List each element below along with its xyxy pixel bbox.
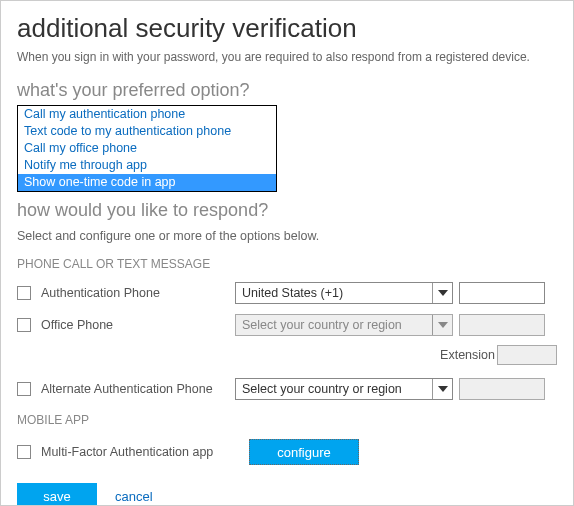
respond-heading: how would you like to respond? [17, 200, 557, 221]
phone-section-label: PHONE CALL OR TEXT MESSAGE [17, 257, 557, 271]
page-subtitle: When you sign in with your password, you… [17, 50, 557, 64]
dropdown-option[interactable]: Show one-time code in app [18, 174, 276, 191]
alt-phone-label: Alternate Authentication Phone [41, 382, 235, 396]
office-phone-checkbox[interactable] [17, 318, 31, 332]
dropdown-option[interactable]: Call my authentication phone [18, 106, 276, 123]
extension-label: Extension [440, 348, 495, 362]
footer: save cancel [17, 483, 557, 506]
office-phone-country-value: Select your country or region [242, 318, 402, 332]
svg-marker-1 [438, 322, 448, 328]
svg-marker-0 [438, 290, 448, 296]
alt-phone-country-select[interactable]: Select your country or region [235, 378, 453, 400]
preferred-option-dropdown[interactable]: Call my authentication phoneText code to… [17, 105, 277, 192]
chevron-down-icon [432, 315, 452, 335]
auth-phone-country-value: United States (+1) [242, 286, 343, 300]
save-button[interactable]: save [17, 483, 97, 506]
auth-phone-row: Authentication Phone United States (+1) [17, 281, 557, 305]
office-phone-row: Office Phone Select your country or regi… [17, 313, 557, 337]
dropdown-option[interactable]: Text code to my authentication phone [18, 123, 276, 140]
page-title: additional security verification [17, 13, 557, 44]
chevron-down-icon [432, 283, 452, 303]
mfa-app-checkbox[interactable] [17, 445, 31, 459]
svg-marker-2 [438, 386, 448, 392]
extension-row: Extension [17, 345, 557, 365]
preferred-option-heading: what's your preferred option? [17, 80, 557, 101]
mfa-app-row: Multi-Factor Authentication app configur… [17, 439, 557, 465]
alt-phone-row: Alternate Authentication Phone Select yo… [17, 377, 557, 401]
chevron-down-icon [432, 379, 452, 399]
mobile-section-label: MOBILE APP [17, 413, 557, 427]
auth-phone-label: Authentication Phone [41, 286, 235, 300]
auth-phone-country-select[interactable]: United States (+1) [235, 282, 453, 304]
respond-help-text: Select and configure one or more of the … [17, 229, 557, 243]
dropdown-option[interactable]: Notify me through app [18, 157, 276, 174]
auth-phone-checkbox[interactable] [17, 286, 31, 300]
dropdown-option[interactable]: Call my office phone [18, 140, 276, 157]
mfa-app-label: Multi-Factor Authentication app [41, 445, 235, 459]
alt-phone-number-input [459, 378, 545, 400]
alt-phone-checkbox[interactable] [17, 382, 31, 396]
cancel-link[interactable]: cancel [115, 489, 153, 504]
auth-phone-number-input[interactable] [459, 282, 545, 304]
configure-button[interactable]: configure [249, 439, 359, 465]
office-phone-country-select: Select your country or region [235, 314, 453, 336]
alt-phone-country-value: Select your country or region [242, 382, 402, 396]
office-phone-label: Office Phone [41, 318, 235, 332]
office-phone-number-input [459, 314, 545, 336]
extension-input [497, 345, 557, 365]
